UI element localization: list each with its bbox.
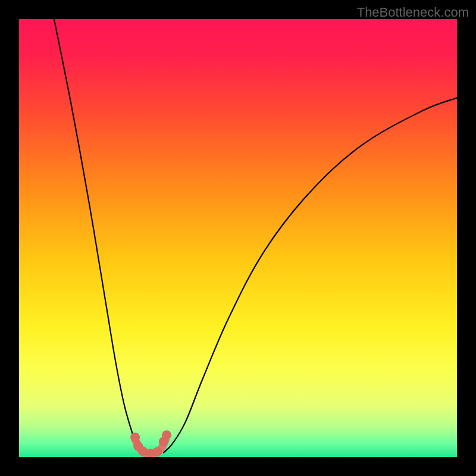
- marker-point-0: [130, 433, 140, 442]
- plot-area: [19, 19, 457, 457]
- marker-point-4: [153, 447, 162, 456]
- chart-svg: [19, 19, 457, 457]
- chart-container: TheBottleneck.com: [0, 0, 476, 476]
- gradient-background: [19, 19, 457, 457]
- marker-point-6: [162, 430, 171, 440]
- watermark-text: TheBottleneck.com: [357, 5, 469, 20]
